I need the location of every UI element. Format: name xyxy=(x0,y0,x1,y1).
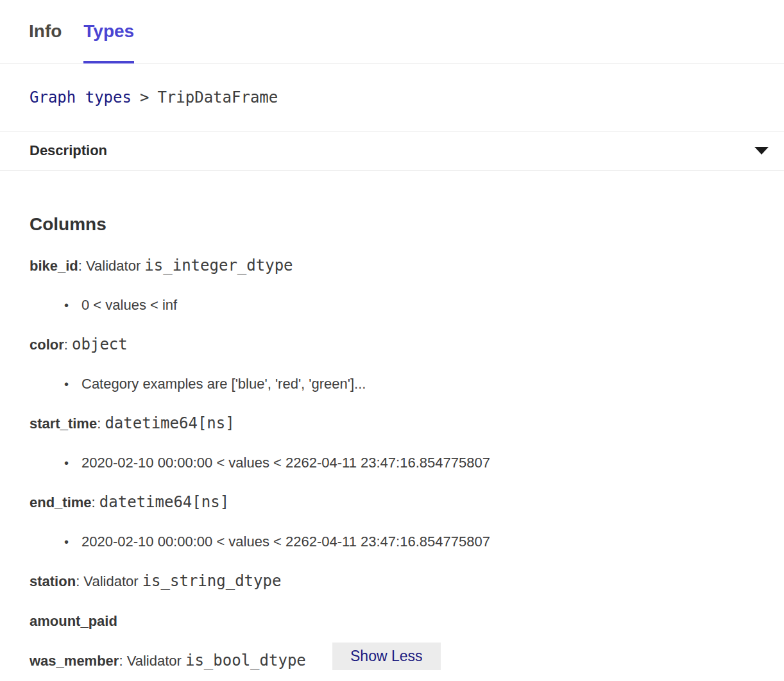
column-entry: end_time: datetime64[ns] • 2020-02-10 00… xyxy=(30,492,754,551)
column-name: end_time xyxy=(30,494,92,510)
bullet-icon: • xyxy=(64,453,81,473)
breadcrumb: Graph types > TripDataFrame xyxy=(0,63,784,131)
column-entry: color: object • Category examples are ['… xyxy=(30,335,754,394)
column-name: color xyxy=(30,337,64,353)
column-entry: start_time: datetime64[ns] • 2020-02-10 … xyxy=(30,414,754,473)
column-entry: amount_paid xyxy=(30,611,754,631)
bullet-icon: • xyxy=(64,296,81,315)
caret-down-icon xyxy=(754,147,769,155)
description-title: Description xyxy=(30,142,107,159)
column-name: start_time xyxy=(30,416,97,432)
column-name: amount_paid xyxy=(30,613,117,629)
dtype-code: is_string_dtype xyxy=(142,572,282,590)
column-name: bike_id xyxy=(30,258,78,274)
bullet-icon: • xyxy=(64,374,81,394)
column-colon: : xyxy=(97,416,105,432)
dtype-code: datetime64[ns] xyxy=(99,493,229,511)
column-entries: bike_id: Validator is_integer_dtype • 0 … xyxy=(30,256,754,671)
dtype-code: object xyxy=(72,335,128,353)
show-less-button[interactable]: Show Less xyxy=(332,643,441,670)
column-definition: color: object xyxy=(30,335,754,355)
breadcrumb-current: TripDataFrame xyxy=(157,88,278,106)
breadcrumb-separator: > xyxy=(140,88,149,106)
column-definition: end_time: datetime64[ns] xyxy=(30,492,754,512)
column-name: was_member xyxy=(30,653,119,669)
column-constraint: • 0 < values < inf xyxy=(30,296,754,315)
column-entry: station: Validator is_string_dtype xyxy=(30,571,754,591)
validator-label: Validator xyxy=(83,573,142,589)
column-constraint: • 2020-02-10 00:00:00 < values < 2262-04… xyxy=(30,532,754,551)
column-colon: : xyxy=(76,573,83,589)
validator-label: Validator xyxy=(127,653,185,669)
dtype-code: is_integer_dtype xyxy=(144,256,293,274)
column-definition: station: Validator is_string_dtype xyxy=(30,571,754,591)
dtype-code: is_bool_dtype xyxy=(185,652,306,669)
column-colon: : xyxy=(64,337,72,353)
column-colon: : xyxy=(92,494,99,510)
bullet-icon: • xyxy=(64,532,81,551)
constraint-text: 0 < values < inf xyxy=(81,296,177,315)
breadcrumb-parent-link[interactable]: Graph types xyxy=(30,88,132,106)
tab-info[interactable]: Info xyxy=(29,0,62,63)
columns-section: Columns bike_id: Validator is_integer_dt… xyxy=(0,213,784,671)
column-definition: amount_paid xyxy=(30,611,754,631)
column-name: station xyxy=(30,573,76,589)
column-definition: start_time: datetime64[ns] xyxy=(30,414,754,433)
columns-heading: Columns xyxy=(30,213,754,236)
column-colon: : xyxy=(119,653,126,669)
column-constraint: • Category examples are ['blue', 'red', … xyxy=(30,374,754,394)
tab-types[interactable]: Types xyxy=(83,0,134,63)
column-definition: bike_id: Validator is_integer_dtype xyxy=(30,256,754,276)
tab-bar: Info Types xyxy=(0,0,784,63)
constraint-text: 2020-02-10 00:00:00 < values < 2262-04-1… xyxy=(81,532,490,551)
description-section-header[interactable]: Description xyxy=(0,131,784,171)
column-constraint: • 2020-02-10 00:00:00 < values < 2262-04… xyxy=(30,453,754,473)
types-page: Info Types Graph types > TripDataFrame D… xyxy=(0,0,784,681)
constraint-text: Category examples are ['blue', 'red', 'g… xyxy=(81,374,366,394)
constraint-text: 2020-02-10 00:00:00 < values < 2262-04-1… xyxy=(81,453,490,473)
column-entry: bike_id: Validator is_integer_dtype • 0 … xyxy=(30,256,754,315)
column-colon: : xyxy=(78,258,86,274)
validator-label: Validator xyxy=(86,258,144,274)
dtype-code: datetime64[ns] xyxy=(105,414,234,432)
